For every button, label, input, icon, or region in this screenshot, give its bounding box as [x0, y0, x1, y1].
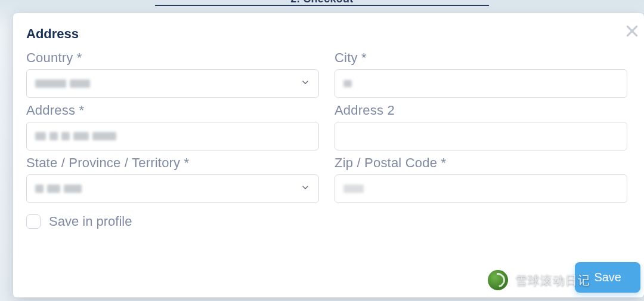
city-input[interactable] [335, 69, 627, 98]
close-button[interactable] [619, 19, 644, 45]
address-input[interactable] [26, 122, 319, 150]
step-label: 2. Checkout [267, 0, 377, 5]
close-icon [624, 23, 640, 41]
save-in-profile-checkbox[interactable] [26, 214, 41, 229]
city-label: City * [335, 50, 627, 66]
address2-label: Address 2 [335, 103, 627, 118]
modal-title: Address [26, 26, 627, 42]
save-in-profile-label: Save in profile [49, 214, 132, 229]
country-select[interactable] [26, 69, 319, 98]
zip-input[interactable] [335, 174, 627, 203]
chevron-down-icon [301, 183, 310, 195]
address-modal: Address Country * City * [13, 13, 644, 297]
address-form: Country * City * Address * [26, 50, 627, 203]
field-city: City * [335, 50, 627, 98]
city-value [343, 80, 352, 87]
country-label: Country * [26, 50, 319, 66]
field-state: State / Province / Territory * [26, 155, 319, 203]
zip-value [343, 185, 364, 193]
field-address2: Address 2 [335, 103, 627, 150]
address-value [35, 132, 116, 140]
checkout-step-bar: 2. Checkout [0, 0, 644, 6]
save-button[interactable]: Save [575, 262, 640, 293]
field-address: Address * [26, 103, 319, 150]
country-value [35, 79, 90, 88]
address2-input[interactable] [335, 122, 627, 150]
address-label: Address * [26, 103, 319, 118]
chevron-down-icon [301, 78, 310, 90]
field-country: Country * [26, 50, 319, 98]
state-value [35, 185, 82, 193]
zip-label: Zip / Postal Code * [335, 155, 627, 171]
field-zip: Zip / Postal Code * [335, 155, 627, 203]
state-label: State / Province / Territory * [26, 155, 319, 171]
state-select[interactable] [26, 174, 319, 203]
save-in-profile-row: Save in profile [26, 214, 627, 229]
